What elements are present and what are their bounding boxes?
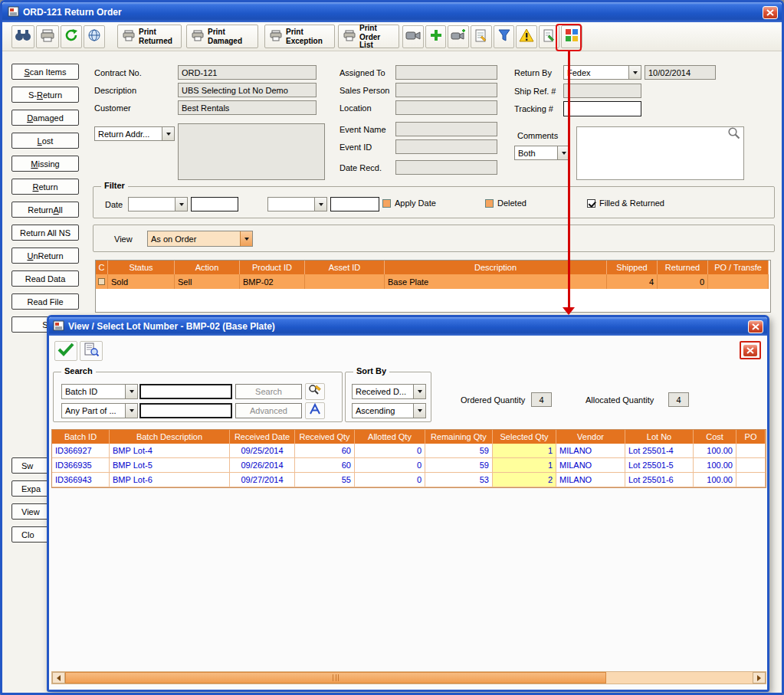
order-col-description[interactable]: Description [385, 261, 607, 274]
search-edit-button[interactable] [305, 383, 325, 400]
filled-returned-checkbox[interactable] [587, 199, 595, 208]
window-close-button[interactable] [763, 6, 778, 19]
dialog-cancel-button[interactable] [740, 341, 761, 359]
assigned-to-field[interactable] [395, 65, 497, 80]
dialog-close-button[interactable] [748, 320, 763, 333]
lot-col-cost[interactable]: Cost [694, 430, 736, 444]
lot-cell[interactable]: 09/27/2014 [230, 473, 295, 487]
lot-cell[interactable]: MILANO [556, 473, 625, 487]
lot-cell[interactable] [736, 444, 766, 458]
notes-button[interactable] [471, 25, 492, 48]
lost-button[interactable]: Lost [11, 133, 79, 149]
customer-field[interactable]: Best Rentals [178, 100, 317, 115]
lot-col-selected-qty[interactable]: Selected Qty [493, 430, 556, 444]
search-mode-combo[interactable]: Any Part of ... [61, 403, 138, 418]
lot-col-batch-description[interactable]: Batch Description [110, 430, 230, 444]
deleted-checkbox[interactable] [485, 199, 494, 208]
lot-cell[interactable]: 60 [295, 444, 355, 458]
chevron-down-icon[interactable] [413, 404, 425, 418]
return-date-field[interactable]: 10/02/2014 [645, 65, 716, 80]
damaged-button[interactable]: Damaged [11, 110, 79, 126]
lot-cell[interactable]: BMP Lot-5 [110, 458, 230, 473]
lot-cell[interactable]: 09/25/2014 [230, 444, 295, 458]
lot-cell[interactable]: 59 [425, 444, 493, 458]
unreturn-button[interactable]: UnReturn [11, 248, 79, 264]
scroll-right-button[interactable] [753, 672, 766, 684]
sort-direction-combo[interactable]: Ascending [352, 403, 426, 418]
lot-cell[interactable]: 55 [295, 473, 355, 487]
scrollbar-thumb[interactable] [65, 672, 606, 684]
order-cell-status[interactable]: Sold [108, 274, 175, 289]
search-input[interactable] [139, 384, 232, 399]
lot-cell[interactable]: MILANO [556, 458, 625, 473]
scan-items-button[interactable]: Scan Items [11, 64, 79, 80]
find-button[interactable] [11, 25, 34, 48]
lot-cell[interactable]: 0 [355, 458, 425, 473]
lot-cell[interactable]: ID366943 [52, 473, 110, 487]
lot-col-received-date[interactable]: Received Date [230, 430, 295, 444]
advanced-search-input[interactable] [139, 403, 232, 418]
order-col-returned[interactable]: Returned [658, 261, 708, 274]
refresh-button[interactable] [61, 25, 82, 48]
lot-col-po[interactable]: PO [736, 430, 766, 444]
filter-button[interactable] [494, 25, 514, 48]
s-return-button[interactable]: S-Return [11, 87, 79, 103]
order-cell-asset-id[interactable] [305, 274, 385, 289]
print-button[interactable] [36, 25, 59, 48]
magnifier-icon[interactable] [727, 126, 740, 143]
lot-cell[interactable]: 100.00 [694, 473, 736, 487]
lot-cell[interactable]: ID366935 [52, 458, 110, 473]
chevron-down-icon[interactable] [125, 385, 137, 398]
view-combo[interactable]: As on Order [147, 231, 253, 247]
filter-date-combo-2[interactable] [267, 197, 327, 211]
lot-cell[interactable]: Lot 25501-4 [625, 444, 694, 458]
event-name-field[interactable] [395, 122, 497, 136]
lot-cell-selected-qty[interactable]: 2 [493, 473, 556, 487]
lot-cell[interactable]: MILANO [556, 444, 625, 458]
return-button[interactable]: Return [11, 179, 79, 195]
read-data-button[interactable]: Read Data [11, 270, 79, 287]
chevron-down-icon[interactable] [162, 127, 174, 140]
chevron-down-icon[interactable] [628, 66, 641, 79]
scroll-left-button[interactable] [52, 672, 65, 684]
lot-cell[interactable]: 09/26/2014 [230, 458, 295, 473]
lot-cell[interactable]: Lot 25501-6 [625, 473, 694, 487]
event-id-field[interactable] [395, 139, 497, 154]
return-addr-combo[interactable]: Return Addr... [94, 126, 175, 141]
lot-cell[interactable]: 0 [355, 473, 425, 487]
order-cell-product-id[interactable]: BMP-02 [240, 274, 305, 289]
search-field-combo[interactable]: Batch ID [61, 384, 138, 399]
camera-button[interactable] [402, 25, 424, 48]
order-cell-shipped[interactable]: 4 [607, 274, 658, 289]
order-row-select-cell[interactable] [96, 274, 108, 289]
lot-cell[interactable]: 0 [355, 444, 425, 458]
lot-cell[interactable]: ID366927 [52, 444, 110, 458]
contract-no-field[interactable]: ORD-121 [178, 65, 317, 80]
print-exception-button[interactable]: PrintException [264, 25, 335, 48]
lot-cell[interactable] [736, 473, 766, 487]
filter-date-input-1[interactable] [191, 197, 238, 211]
lot-cell[interactable]: 53 [425, 473, 493, 487]
lot-col-received-qty[interactable]: Received Qty [295, 430, 355, 444]
tracking-field[interactable] [563, 101, 641, 116]
location-field[interactable] [395, 100, 497, 115]
filter-date-input-2[interactable] [330, 197, 379, 211]
order-cell-description[interactable]: Base Plate [385, 274, 607, 289]
preview-button[interactable] [80, 341, 103, 361]
advanced-search-icon-button[interactable] [305, 402, 325, 419]
return-all-ns-button[interactable]: Return All NS [11, 225, 79, 241]
order-col-asset-id[interactable]: Asset ID [305, 261, 385, 274]
lot-cell[interactable]: 100.00 [694, 444, 736, 458]
lot-cell-selected-qty[interactable]: 1 [493, 458, 556, 473]
chevron-down-icon[interactable] [240, 231, 252, 246]
return-by-combo[interactable]: Fedex [563, 65, 641, 80]
lot-cell-selected-qty[interactable]: 1 [493, 444, 556, 458]
order-col-product-id[interactable]: Product ID [240, 261, 305, 274]
comments-mode-combo[interactable]: Both [514, 146, 570, 160]
read-file-button[interactable]: Read File [11, 293, 79, 310]
lot-cell[interactable] [736, 458, 766, 473]
return-all-button[interactable]: Return All [11, 202, 79, 218]
world-clock-button[interactable] [84, 25, 105, 48]
lot-col-batch-id[interactable]: Batch ID [52, 430, 110, 444]
chevron-down-icon[interactable] [314, 198, 326, 211]
